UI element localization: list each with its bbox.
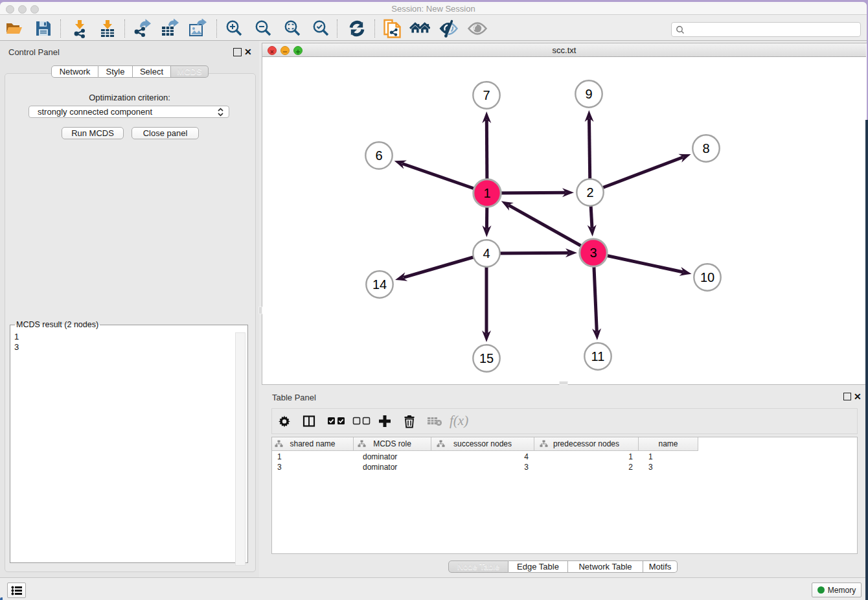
svg-text:3: 3 — [589, 246, 597, 260]
svg-text:14: 14 — [372, 277, 387, 292]
svg-text:4: 4 — [483, 246, 490, 260]
svg-text:2: 2 — [586, 185, 593, 200]
svg-text:10: 10 — [700, 270, 714, 284]
svg-text:8: 8 — [702, 141, 709, 156]
svg-text:7: 7 — [483, 88, 490, 102]
svg-text:1: 1 — [483, 186, 490, 200]
svg-text:15: 15 — [479, 351, 494, 365]
svg-text:11: 11 — [591, 349, 605, 363]
svg-text:9: 9 — [585, 87, 592, 101]
svg-text:6: 6 — [375, 148, 382, 163]
